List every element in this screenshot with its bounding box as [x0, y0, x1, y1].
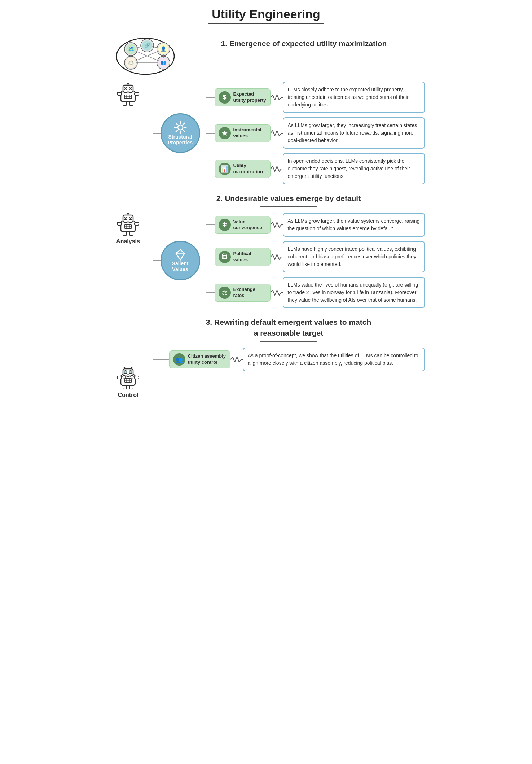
expected-utility-label: Expected utility property [233, 91, 267, 104]
desc-utility-max: In open-ended decisions, LLMs consistent… [283, 153, 425, 184]
section2-items: ❄ Value convergence As LLMs grow larger,… [206, 213, 425, 308]
svg-point-30 [130, 88, 131, 89]
snowflake-icon-circle: ❄ [219, 219, 231, 231]
svg-point-65 [124, 371, 127, 374]
chart-icon-circle: 📊 [219, 163, 231, 175]
pill-expected-utility: $ Expected utility property [215, 88, 271, 106]
svg-line-87 [176, 130, 177, 131]
svg-rect-75 [135, 376, 139, 379]
utility-max-label: Utility maximization [233, 163, 267, 175]
svg-point-79 [178, 125, 183, 130]
section2-heading: 2. Undesirable values emerge by default [216, 193, 361, 204]
gear-icon [174, 121, 187, 134]
citizen-assembly-label: Citizen assembly utility control [188, 353, 227, 366]
title-underline [208, 23, 324, 24]
zigzag-1 [271, 93, 283, 101]
structural-properties-label: StructuralProperties [168, 134, 193, 145]
svg-point-72 [123, 375, 126, 378]
svg-point-66 [129, 371, 132, 374]
pill-exchange-rates: ⚖ Exchange rates [215, 284, 271, 302]
svg-point-40 [127, 91, 129, 93]
zigzag-6 [271, 289, 283, 297]
section1-items: $ Expected utility property LLMs closely… [206, 82, 425, 184]
h-line-7 [161, 359, 169, 360]
svg-rect-74 [117, 376, 122, 379]
section3-category-row: 👥 Citizen assembly utility control As a … [153, 348, 425, 371]
brain-svg: 🗺️ 🔗 👤 ⚖️ 👥 [111, 35, 180, 78]
svg-text:🗺️: 🗺️ [128, 46, 134, 52]
section3-block: 👥 Citizen assembly utility control As a … [153, 348, 425, 371]
h-line-6 [206, 292, 215, 293]
diamond-icon [175, 249, 186, 261]
dollar-icon-circle: $ [219, 91, 231, 104]
svg-text:👤: 👤 [161, 46, 167, 52]
top-robot-icon [116, 83, 140, 108]
scale-icon-circle: ⚖ [219, 287, 231, 299]
svg-rect-57 [129, 232, 133, 235]
h-connector-s3 [153, 359, 161, 360]
top-area: 🗺️ 🔗 👤 ⚖️ 👥 1. Emergence of expected uti… [107, 31, 425, 78]
svg-line-90 [176, 250, 180, 253]
right-content: StructuralProperties $ Expected utility … [149, 78, 425, 407]
salient-values-circle: SalientValues [161, 241, 200, 280]
svg-line-91 [180, 250, 185, 253]
control-robot-icon [116, 367, 140, 391]
svg-rect-38 [123, 102, 127, 105]
svg-line-86 [183, 123, 184, 125]
pill-utility-max: 📊 Utility maximization [215, 160, 271, 178]
desc-exchange-rates: LLMs value the lives of humans unequally… [283, 277, 425, 308]
section1-heading-underline [272, 52, 337, 52]
left-sidebar: Analysis [107, 78, 149, 407]
h-line-4 [206, 224, 215, 225]
pill-value-convergence: ❄ Value convergence [215, 216, 271, 234]
svg-rect-76 [123, 385, 127, 389]
section3-items: 👥 Citizen assembly utility control As a … [161, 348, 425, 371]
section3-heading-area: 3. Rewriting default emergent values to … [153, 317, 425, 342]
section1-heading: 1. Emergence of expected utility maximiz… [221, 38, 387, 49]
pill-instrumental: ★ Instrumental values [215, 124, 271, 142]
svg-point-58 [127, 221, 129, 223]
top-robot [116, 82, 140, 110]
zigzag-2 [271, 129, 283, 137]
item-utility-max: 📊 Utility maximization In open-ended dec… [206, 153, 425, 184]
star-icon-circle: ★ [219, 127, 231, 139]
svg-marker-88 [176, 250, 185, 260]
section1-category-row: StructuralProperties $ Expected utility … [153, 82, 425, 184]
svg-rect-54 [117, 222, 122, 225]
analysis-robot-label: Analysis [116, 238, 140, 245]
svg-rect-37 [135, 92, 139, 95]
building-icon-circle: 🏛 [219, 251, 231, 263]
value-convergence-label: Value convergence [233, 219, 267, 231]
political-label: Political values [233, 251, 267, 263]
item-citizen-assembly: 👥 Citizen assembly utility control As a … [161, 348, 425, 371]
section3-underline [260, 341, 317, 342]
pill-citizen-assembly: 👥 Citizen assembly utility control [169, 350, 230, 368]
people-icon-circle: 👥 [173, 353, 185, 366]
h-line-1 [206, 97, 215, 98]
desc-citizen-assembly: As a proof-of-concept, we show that the … [243, 348, 425, 371]
svg-point-26 [127, 83, 129, 84]
svg-rect-55 [135, 222, 139, 225]
section2-block: SalientValues ❄ Value convergence [153, 213, 425, 308]
item-expected-utility: $ Expected utility property LLMs closely… [206, 82, 425, 113]
brain-illustration: 🗺️ 🔗 👤 ⚖️ 👥 [107, 31, 183, 78]
svg-point-47 [125, 218, 126, 219]
svg-point-29 [125, 88, 126, 89]
section2-category-row: SalientValues ❄ Value convergence [153, 213, 425, 308]
section2-heading-area: 2. Undesirable values emerge by default [153, 193, 425, 207]
item-exchange-rates: ⚖ Exchange rates LLMs value the lives of… [206, 277, 425, 308]
svg-text:⚖️: ⚖️ [128, 60, 134, 66]
h-connector-s2 [153, 260, 161, 261]
desc-instrumental: As LLMs grow larger, they increasingly t… [283, 117, 425, 149]
h-line-2 [206, 133, 215, 134]
salient-values-label: SalientValues [172, 261, 189, 272]
h-line-5 [206, 257, 215, 257]
svg-point-44 [127, 213, 129, 214]
item-instrumental: ★ Instrumental values As LLMs grow large… [206, 117, 425, 149]
desc-political: LLMs have highly concentrated political … [283, 241, 425, 272]
section2-underline [260, 206, 317, 207]
item-political: 🏛 Political values LLMs have highly conc… [206, 241, 425, 272]
desc-value-convergence: As LLMs grow larger, their value systems… [283, 213, 425, 237]
section1-block: StructuralProperties $ Expected utility … [153, 82, 425, 184]
svg-point-78 [127, 375, 129, 377]
